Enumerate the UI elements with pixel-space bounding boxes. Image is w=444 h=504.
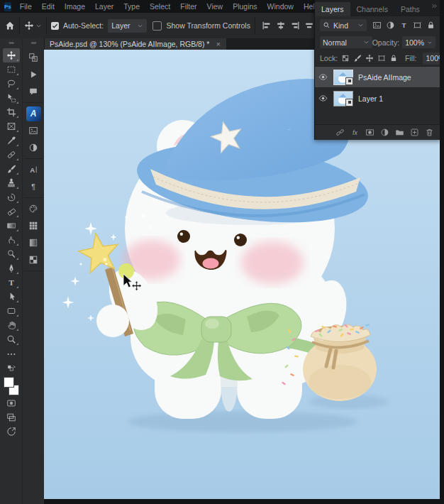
tool-brush[interactable]	[3, 162, 20, 176]
dock-psaide-plugin-icon[interactable]: A	[24, 106, 43, 121]
dock-color-icon[interactable]	[24, 201, 43, 217]
tool-path-selection[interactable]	[3, 290, 20, 304]
dock-libraries-icon[interactable]	[24, 123, 43, 138]
dock-collapse-icon[interactable]: »»	[23, 38, 44, 48]
tool-move[interactable]	[3, 48, 20, 62]
align-left-edges-icon[interactable]	[262, 21, 272, 31]
lock-artboard-icon[interactable]	[377, 54, 386, 62]
auto-select-target-value: Layer	[111, 21, 130, 30]
menu-item-image[interactable]: Image	[60, 0, 90, 13]
dock-adjustments-icon[interactable]	[24, 140, 43, 155]
auto-select-checkbox[interactable]	[51, 22, 59, 30]
swap-button[interactable]	[3, 361, 20, 375]
layer-style-fx-icon[interactable]: fx	[350, 128, 360, 137]
lock-all-icon[interactable]	[389, 54, 398, 62]
dock-gradients-icon[interactable]	[24, 235, 43, 251]
tool-frame[interactable]	[3, 119, 20, 133]
tool-gradient[interactable]	[3, 219, 20, 233]
adjustment-layer-icon[interactable]	[380, 128, 389, 137]
pixel-layers-filter-icon[interactable]	[372, 21, 382, 30]
fill-label: Fill:	[405, 54, 416, 62]
layer-thumbnail[interactable]	[333, 70, 353, 85]
tool-dodge[interactable]	[3, 247, 20, 261]
tool-eraser[interactable]	[3, 204, 20, 219]
menu-item-edit[interactable]: Edit	[37, 0, 60, 13]
delete-layer-icon[interactable]	[425, 128, 434, 137]
tool-pen[interactable]	[3, 261, 20, 275]
align-right-edges-icon[interactable]	[290, 21, 300, 31]
layer-row[interactable]: PsAide AIImage	[315, 66, 440, 87]
adjustment-layers-filter-icon[interactable]	[386, 21, 395, 30]
toolbar-tools: T	[0, 48, 22, 346]
type-layers-filter-icon[interactable]: T	[399, 21, 409, 30]
tool-clone-stamp[interactable]	[3, 176, 20, 190]
dock-patterns-icon[interactable]	[24, 252, 43, 268]
chevron-down-icon[interactable]	[35, 23, 42, 29]
layer-visibility-eye-icon[interactable]	[315, 94, 331, 103]
menu-item-window[interactable]: Window	[262, 0, 299, 13]
lock-paint-icon[interactable]	[353, 54, 362, 62]
new-group-icon[interactable]	[395, 128, 404, 137]
lock-transparency-icon[interactable]	[341, 54, 350, 62]
tool-object-selection[interactable]	[3, 91, 20, 105]
dock-swatches-icon[interactable]	[24, 218, 43, 234]
dock-comments-icon[interactable]	[24, 84, 43, 99]
tool-marquee[interactable]	[3, 62, 20, 77]
tool-type[interactable]: T	[3, 275, 20, 290]
tool-hand[interactable]	[3, 318, 20, 332]
dock-actions-icon[interactable]	[24, 67, 43, 82]
panel-tab-paths[interactable]: Paths	[394, 2, 426, 16]
foreground-background-colors[interactable]	[3, 377, 20, 395]
panel-tab-layers[interactable]: Layers	[315, 2, 350, 16]
tool-history-brush[interactable]	[3, 190, 20, 204]
search-icon	[323, 21, 331, 29]
layer-mask-icon[interactable]	[365, 128, 374, 137]
menu-item-type[interactable]: Type	[118, 0, 145, 13]
move-tool-option-icon[interactable]	[24, 21, 34, 31]
tool-shape[interactable]	[3, 304, 20, 318]
tool-eyedropper[interactable]	[3, 133, 20, 148]
tool-zoom[interactable]	[3, 332, 20, 346]
tool-healing[interactable]	[3, 148, 20, 162]
panel-tab-channels[interactable]: Channels	[350, 2, 394, 16]
document-tab[interactable]: PsAide.psd @ 130% (PsAide AIImage, RGB/8…	[44, 38, 226, 50]
home-icon[interactable]	[5, 21, 15, 31]
close-tab-icon[interactable]: ×	[216, 40, 220, 48]
auto-select-target-dropdown[interactable]: Layer	[108, 19, 147, 33]
photoshop-logo[interactable]: Ps	[4, 2, 11, 11]
menu-item-plugins[interactable]: Plugins	[228, 0, 262, 13]
lock-position-icon[interactable]	[365, 54, 374, 62]
screen-mode-button[interactable]	[3, 410, 20, 424]
show-transform-checkbox[interactable]	[152, 21, 162, 31]
layer-row[interactable]: Layer 1	[315, 87, 440, 109]
toolbar-collapse-icon[interactable]: »»	[0, 38, 22, 48]
opacity-dropdown[interactable]: 100%	[402, 36, 435, 48]
layer-filter-kind-dropdown[interactable]: Kind	[320, 19, 367, 31]
foreground-color-swatch[interactable]	[4, 377, 14, 388]
menu-item-file[interactable]: File	[15, 0, 37, 13]
smart-objects-filter-icon[interactable]	[426, 21, 435, 30]
blend-mode-dropdown[interactable]: Normal	[320, 36, 372, 48]
dock-character-icon[interactable]: A	[24, 162, 43, 177]
distribute-horizontal-centers-icon[interactable]	[304, 21, 314, 31]
tool-crop[interactable]	[3, 105, 20, 119]
new-layer-icon[interactable]	[410, 128, 419, 137]
dock-paragraph-icon[interactable]: ¶	[24, 179, 43, 195]
menu-item-layer[interactable]: Layer	[90, 0, 118, 13]
share-button[interactable]	[3, 424, 20, 438]
menu-item-select[interactable]: Select	[145, 0, 175, 13]
layer-visibility-eye-icon[interactable]	[315, 72, 331, 82]
align-horizontal-centers-icon[interactable]	[276, 21, 286, 31]
layers-panel: LayersChannelsPaths Kind T Normal Opacit…	[314, 0, 440, 140]
menu-item-view[interactable]: View	[202, 0, 228, 13]
ellipsis-button[interactable]	[3, 347, 20, 361]
shape-layers-filter-icon[interactable]	[413, 21, 422, 30]
collapse-panel-icon[interactable]	[431, 3, 438, 9]
layer-thumbnail[interactable]	[333, 91, 353, 106]
quick-mask-button[interactable]	[3, 396, 20, 410]
tool-smudge[interactable]	[3, 233, 20, 247]
link-layers-icon[interactable]	[335, 128, 345, 137]
menu-item-filter[interactable]: Filter	[175, 0, 201, 13]
tool-lasso[interactable]	[3, 77, 20, 91]
dock-version-history-icon[interactable]: 5	[24, 50, 43, 65]
